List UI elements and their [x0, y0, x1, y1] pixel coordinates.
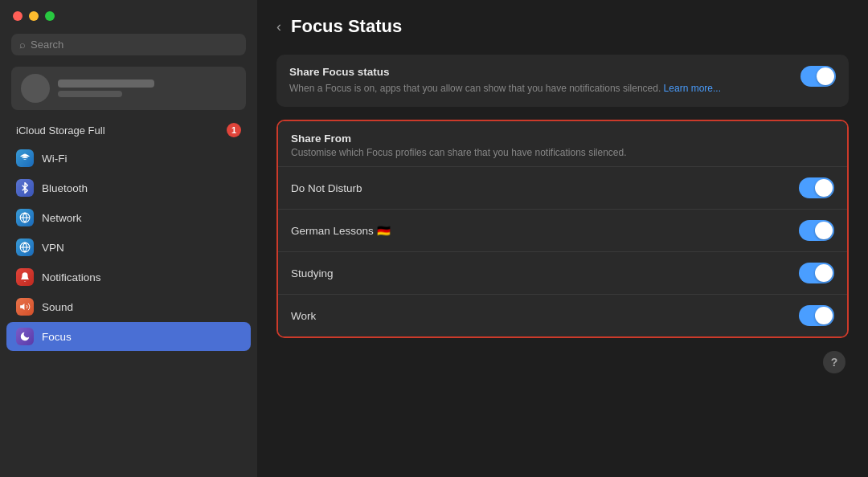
- profile-list: Do Not Disturb German Lessons 🇩🇪 Studyin…: [278, 166, 847, 336]
- notifications-icon: [16, 268, 34, 286]
- share-from-container: Share From Customise which Focus profile…: [276, 120, 849, 338]
- back-button[interactable]: ‹: [276, 19, 281, 34]
- studying-toggle[interactable]: [799, 263, 834, 283]
- work-toggle[interactable]: [799, 305, 834, 326]
- share-from-description: Customise which Focus profiles can share…: [291, 147, 834, 158]
- avatar: [21, 74, 50, 103]
- sidebar-item-network[interactable]: Network: [6, 203, 251, 232]
- page-title: Focus Status: [291, 16, 402, 37]
- icloud-label: iCloud Storage Full: [16, 124, 105, 137]
- wifi-icon: [16, 149, 34, 167]
- sidebar-item-sound[interactable]: Sound: [6, 292, 251, 321]
- main-content: ‹ Focus Status Share Focus status When a…: [257, 0, 868, 477]
- sidebar-item-notifications[interactable]: Notifications: [6, 263, 251, 292]
- minimize-button[interactable]: [29, 11, 39, 21]
- share-from-header: Share From Customise which Focus profile…: [278, 121, 847, 166]
- share-focus-status-title: Share Focus status: [289, 66, 788, 78]
- vpn-icon: [16, 238, 34, 256]
- list-item: Work: [278, 294, 847, 336]
- profile-name-do-not-disturb: Do Not Disturb: [291, 182, 362, 194]
- sidebar-item-bluetooth[interactable]: Bluetooth: [6, 173, 251, 202]
- search-bar[interactable]: ⌕: [11, 34, 246, 55]
- profile-name-studying: Studying: [291, 267, 334, 279]
- bluetooth-icon: [16, 179, 34, 197]
- sidebar-item-vpn[interactable]: VPN: [6, 233, 251, 262]
- titlebar: [0, 0, 257, 29]
- profile-name-work: Work: [291, 310, 316, 322]
- list-item: Do Not Disturb: [278, 166, 847, 209]
- sidebar-item-label-focus: Focus: [42, 331, 72, 343]
- sidebar-item-label-notifications: Notifications: [42, 271, 101, 283]
- svg-marker-4: [20, 304, 24, 310]
- share-focus-status-description: When a Focus is on, apps that you allow …: [289, 81, 788, 96]
- learn-more-link[interactable]: Learn more...: [664, 83, 721, 94]
- do-not-disturb-toggle[interactable]: [799, 177, 834, 198]
- sidebar-items: Wi-Fi Bluetooth Network: [0, 144, 257, 477]
- sidebar-item-label-vpn: VPN: [42, 242, 64, 254]
- list-item: German Lessons 🇩🇪: [278, 209, 847, 251]
- user-sub-bar: [58, 91, 122, 97]
- icloud-badge: 1: [227, 123, 241, 137]
- sidebar-item-label-sound: Sound: [42, 301, 73, 313]
- user-info: [58, 80, 236, 97]
- page-header: ‹ Focus Status: [276, 16, 849, 37]
- user-name-bar: [58, 80, 154, 88]
- help-button-wrap: ?: [276, 351, 849, 373]
- search-input[interactable]: [31, 39, 238, 51]
- search-icon: ⌕: [19, 39, 26, 51]
- user-profile[interactable]: [11, 67, 246, 110]
- network-icon: [16, 209, 34, 226]
- sidebar: ⌕ iCloud Storage Full 1 Wi-Fi: [0, 0, 257, 477]
- icloud-storage-row[interactable]: iCloud Storage Full 1: [0, 116, 257, 144]
- help-button[interactable]: ?: [823, 351, 845, 373]
- sidebar-item-label-wifi: Wi-Fi: [42, 153, 67, 165]
- profile-name-german-lessons: German Lessons 🇩🇪: [291, 224, 391, 237]
- sound-icon: [16, 298, 34, 316]
- sidebar-item-wifi[interactable]: Wi-Fi: [6, 144, 251, 173]
- card-text: Share Focus status When a Focus is on, a…: [289, 66, 788, 96]
- sidebar-item-label-bluetooth: Bluetooth: [42, 182, 88, 194]
- focus-icon: [16, 328, 34, 345]
- sidebar-item-focus[interactable]: Focus: [6, 322, 251, 351]
- share-from-title: Share From: [291, 132, 834, 145]
- sidebar-item-label-network: Network: [42, 212, 82, 224]
- close-button[interactable]: [13, 11, 23, 21]
- maximize-button[interactable]: [45, 11, 55, 21]
- list-item: Studying: [278, 251, 847, 294]
- share-focus-status-card: Share Focus status When a Focus is on, a…: [276, 55, 849, 107]
- share-focus-status-toggle[interactable]: [800, 66, 836, 87]
- german-lessons-toggle[interactable]: [799, 220, 834, 241]
